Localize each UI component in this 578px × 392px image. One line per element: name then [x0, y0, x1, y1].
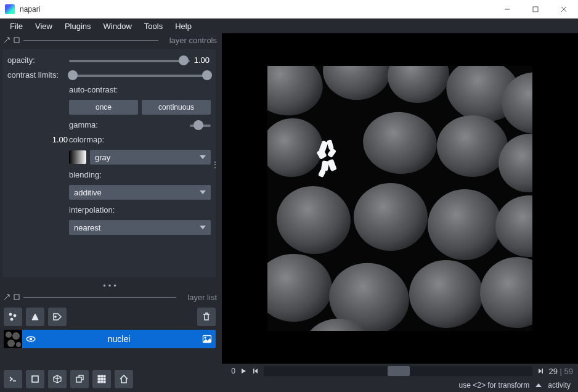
- menu-tools[interactable]: Tools: [138, 19, 169, 33]
- svg-rect-18: [98, 381, 100, 383]
- new-points-button[interactable]: [4, 308, 22, 326]
- svg-rect-10: [32, 376, 38, 382]
- grid-button[interactable]: [92, 370, 111, 388]
- gamma-label: gamma:: [69, 120, 190, 129]
- gamma-slider[interactable]: [190, 121, 211, 129]
- window-title: napari: [20, 5, 40, 14]
- layer-name: nuclei: [39, 334, 198, 344]
- layer-list-title: layer list: [180, 293, 222, 302]
- chevron-down-icon: [200, 155, 206, 159]
- minimize-button[interactable]: [493, 0, 521, 18]
- dims-axis-label: 0: [227, 367, 235, 375]
- svg-point-9: [205, 337, 206, 339]
- menu-help[interactable]: Help: [169, 19, 198, 33]
- svg-rect-21: [253, 369, 254, 374]
- svg-point-4: [14, 314, 16, 317]
- svg-point-6: [55, 316, 57, 318]
- svg-rect-15: [98, 378, 100, 380]
- dims-slider[interactable]: [264, 366, 532, 376]
- colormap-value: gray: [95, 153, 110, 162]
- activity-toggle-icon[interactable]: [535, 383, 542, 387]
- delete-layer-button[interactable]: [197, 308, 216, 326]
- step-right-button[interactable]: [536, 367, 545, 375]
- total-frames: 59: [564, 367, 573, 376]
- canvas-area: 0 29 | 59 use <2> for transform activity: [222, 33, 578, 392]
- menu-file[interactable]: File: [4, 19, 29, 33]
- colormap-swatch[interactable]: [69, 150, 86, 164]
- close-button[interactable]: [550, 0, 578, 18]
- chevron-down-icon: [200, 226, 206, 229]
- layer-type-icon: [198, 334, 216, 344]
- opacity-slider[interactable]: [69, 56, 190, 65]
- panel-drag-handle[interactable]: ⋮: [211, 163, 219, 166]
- svg-point-3: [9, 313, 12, 316]
- titlebar: napari: [0, 0, 578, 18]
- svg-rect-22: [542, 369, 543, 374]
- menu-view[interactable]: View: [29, 19, 59, 33]
- auto-contrast-once-button[interactable]: once: [69, 100, 138, 115]
- canvas[interactable]: [222, 33, 578, 364]
- step-left-button[interactable]: [251, 367, 260, 375]
- console-button[interactable]: [4, 370, 22, 388]
- blending-label: blending:: [69, 170, 190, 179]
- svg-rect-2: [14, 295, 19, 300]
- contrast-label: contrast limits:: [7, 70, 69, 80]
- chevron-down-icon: [200, 190, 206, 194]
- float-icon[interactable]: [14, 294, 20, 300]
- opacity-label: opacity:: [7, 55, 69, 65]
- opacity-value: 1.00: [190, 55, 211, 65]
- sidebar: layer controls opacity: 1.00 contrast li…: [0, 33, 222, 392]
- layer-controls-header: layer controls: [0, 33, 222, 47]
- menu-window[interactable]: Window: [97, 19, 138, 33]
- transpose-button[interactable]: [70, 370, 89, 388]
- current-frame: 29: [548, 367, 557, 376]
- interpolation-label: interpolation:: [69, 205, 190, 214]
- layer-thumbnail: [4, 330, 22, 348]
- svg-point-5: [10, 318, 13, 321]
- viewer-toolbar: [0, 366, 222, 392]
- svg-rect-17: [104, 378, 105, 380]
- ndisplay-2d-button[interactable]: [26, 370, 44, 388]
- blending-value: additive: [74, 188, 102, 197]
- auto-contrast-continuous-button[interactable]: continuous: [142, 100, 211, 115]
- layer-controls-title: layer controls: [162, 36, 222, 45]
- menubar: File View Plugins Window Tools Help: [0, 18, 578, 33]
- menu-plugins[interactable]: Plugins: [59, 19, 97, 33]
- dims-slider-row: 0 29 | 59: [222, 364, 578, 378]
- layer-visibility-toggle[interactable]: [22, 334, 39, 344]
- dims-frame-readout: 29 | 59: [548, 367, 573, 376]
- svg-rect-0: [533, 7, 538, 12]
- status-hint: use <2> for transform: [459, 381, 530, 390]
- colormap-select[interactable]: gray: [90, 150, 211, 165]
- interpolation-value: nearest: [74, 223, 100, 232]
- svg-rect-13: [101, 375, 103, 377]
- blending-select[interactable]: additive: [69, 185, 211, 200]
- maximize-button[interactable]: [521, 0, 550, 18]
- svg-rect-1: [14, 38, 19, 43]
- gamma-value: 1.00: [7, 135, 69, 144]
- activity-label[interactable]: activity: [548, 381, 571, 390]
- roll-dims-button[interactable]: [48, 370, 67, 388]
- popout-icon[interactable]: [4, 294, 10, 300]
- float-icon[interactable]: [14, 37, 20, 43]
- interpolation-select[interactable]: nearest: [69, 220, 211, 235]
- svg-rect-14: [104, 375, 105, 377]
- dims-slider-handle[interactable]: [388, 366, 410, 376]
- play-button[interactable]: [239, 367, 248, 375]
- panel-splitter[interactable]: •••: [0, 281, 222, 290]
- auto-contrast-label: auto-contrast:: [69, 85, 190, 94]
- layer-row[interactable]: nuclei: [4, 330, 216, 348]
- svg-rect-11: [76, 377, 81, 382]
- contrast-slider[interactable]: [69, 71, 211, 80]
- home-button[interactable]: [115, 370, 133, 388]
- layer-list-header: layer list: [0, 290, 222, 304]
- svg-point-7: [30, 338, 32, 340]
- main-area: layer controls opacity: 1.00 contrast li…: [0, 33, 578, 392]
- new-shapes-button[interactable]: [26, 308, 44, 326]
- status-bar: use <2> for transform activity: [222, 378, 578, 392]
- new-labels-button[interactable]: [48, 308, 67, 326]
- svg-rect-16: [101, 378, 103, 380]
- image-display: [267, 66, 532, 331]
- colormap-label: colormap:: [69, 135, 190, 144]
- popout-icon[interactable]: [4, 37, 10, 43]
